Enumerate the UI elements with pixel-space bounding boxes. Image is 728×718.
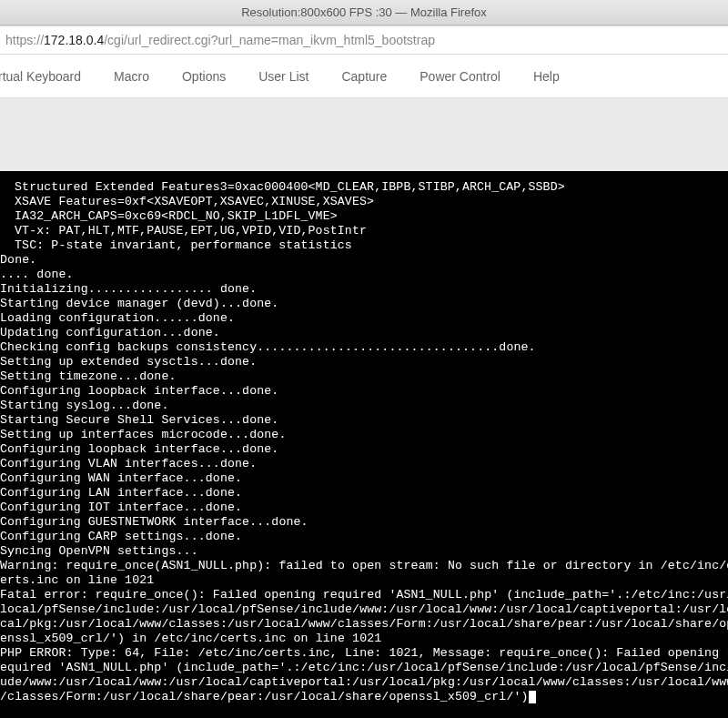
console-line: erts.inc on line 1021 xyxy=(0,573,728,588)
console-line: .... done. xyxy=(0,268,728,282)
console-line: Configuring IOT interface...done. xyxy=(0,501,728,515)
url-host: 172.18.0.4 xyxy=(44,33,104,47)
menu-capture[interactable]: Capture xyxy=(325,55,403,97)
menu-virtual-keyboard[interactable]: rtual Keyboard xyxy=(0,55,97,97)
console-line: /classes/Form:/usr/local/share/pear:/usr… xyxy=(0,690,728,704)
console-line: Configuring GUESTNETWORK interface...don… xyxy=(0,515,728,530)
console-line: Configuring VLAN interfaces...done. xyxy=(0,457,728,471)
menu-power-control[interactable]: Power Control xyxy=(403,55,517,97)
console-line: Updating configuration...done. xyxy=(0,326,728,340)
console-line: cal/pkg:/usr/local/www/classes:/usr/loca… xyxy=(0,617,728,632)
console-line: Setting up interfaces microcode...done. xyxy=(0,428,728,442)
console-line: Fatal error: require_once(): Failed open… xyxy=(0,588,728,602)
content-spacer xyxy=(0,98,728,171)
app-menu-bar: rtual Keyboard Macro Options User List C… xyxy=(0,55,728,98)
console-line: Structured Extended Features3=0xac000400… xyxy=(0,180,728,195)
menu-help[interactable]: Help xyxy=(517,55,576,97)
menu-user-list[interactable]: User List xyxy=(242,55,325,97)
console-line: Configuring loopback interface...done. xyxy=(0,442,728,457)
console-line: enssl_x509_crl/') in /etc/inc/certs.inc … xyxy=(0,632,728,646)
console-line: TSC: P-state invariant, performance stat… xyxy=(0,238,728,253)
console-output: Structured Extended Features3=0xac000400… xyxy=(0,171,728,718)
console-line: Starting device manager (devd)...done. xyxy=(0,297,728,311)
console-line: Setting timezone...done. xyxy=(0,369,728,384)
console-line: Configuring loopback interface...done. xyxy=(0,384,728,399)
console-line: Loading configuration......done. xyxy=(0,311,728,326)
menu-macro[interactable]: Macro xyxy=(97,55,166,97)
menu-options[interactable]: Options xyxy=(166,55,242,97)
url-input[interactable]: https://172.18.0.4/cgi/url_redirect.cgi?… xyxy=(5,33,723,47)
cursor-icon xyxy=(529,691,536,703)
console-line: Done. xyxy=(0,253,728,268)
window-title: Resolution:800x600 FPS :30 — Mozilla Fir… xyxy=(241,5,487,19)
console-line: ude/www:/usr/local/www:/usr/local/captiv… xyxy=(0,675,728,690)
console-line: Checking config backups consistency.....… xyxy=(0,340,728,355)
console-line: Starting Secure Shell Services...done. xyxy=(0,413,728,428)
console-line: Configuring WAN interface...done. xyxy=(0,471,728,486)
console-line: XSAVE Features=0xf<XSAVEOPT,XSAVEC,XINUS… xyxy=(0,195,728,209)
console-line: VT-x: PAT,HLT,MTF,PAUSE,EPT,UG,VPID,VID,… xyxy=(0,224,728,238)
console-line: Syncing OpenVPN settings... xyxy=(0,544,728,559)
console-line: Initializing................. done. xyxy=(0,282,728,297)
console-line: Setting up extended sysctls...done. xyxy=(0,355,728,369)
url-scheme: https:// xyxy=(5,33,44,47)
console-line: Configuring CARP settings...done. xyxy=(0,530,728,544)
console-line: IA32_ARCH_CAPS=0xc69<RDCL_NO,SKIP_L1DFL_… xyxy=(0,209,728,224)
console-line: Warning: require_once(ASN1_NULL.php): fa… xyxy=(0,559,728,573)
window-title-bar: Resolution:800x600 FPS :30 — Mozilla Fir… xyxy=(0,0,728,25)
console-line: equired 'ASN1_NULL.php' (include_path='.… xyxy=(0,661,728,675)
console-line: Starting syslog...done. xyxy=(0,399,728,413)
url-path: /cgi/url_redirect.cgi?url_name=man_ikvm_… xyxy=(104,33,435,47)
console-line: local/pfSense/include:/usr/local/pfSense… xyxy=(0,602,728,617)
console-line: PHP ERROR: Type: 64, File: /etc/inc/cert… xyxy=(0,646,728,661)
address-bar[interactable]: https://172.18.0.4/cgi/url_redirect.cgi?… xyxy=(0,25,728,55)
console-line: Configuring LAN interface...done. xyxy=(0,486,728,501)
